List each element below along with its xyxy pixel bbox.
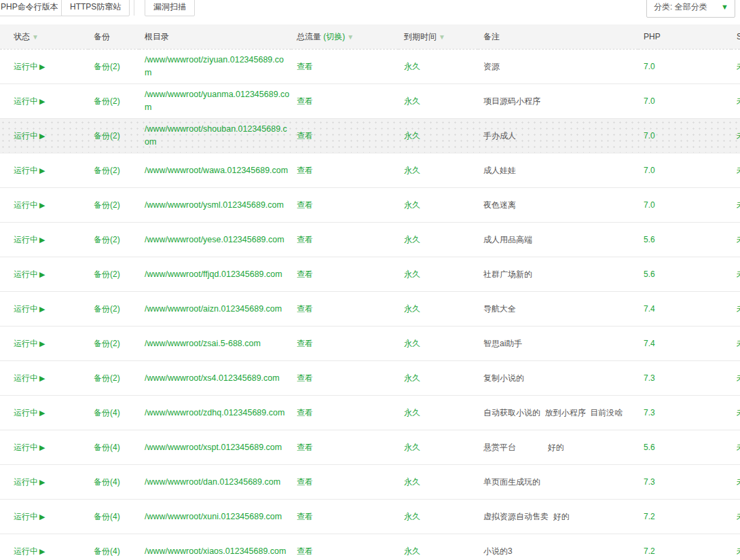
php-cli-version-button[interactable]: PHP命令行版本 (0, 0, 67, 16)
root-directory-link[interactable]: /www/wwwroot/dan.012345689.com (145, 476, 290, 489)
root-directory-link[interactable]: /www/wwwroot/ysml.012345689.com (145, 199, 290, 212)
ssl-status[interactable]: 未 (737, 477, 740, 487)
expire-time-link[interactable]: 永久 (404, 62, 420, 71)
remark-text[interactable]: 导航大全 (483, 304, 516, 314)
header-expire[interactable]: 到期时间▼ (399, 24, 478, 50)
root-directory-link[interactable]: /www/wwwroot/zsai.5-688.com (145, 337, 290, 350)
root-directory-link[interactable]: /www/wwwroot/aizn.012345689.com (145, 303, 290, 316)
php-version-link[interactable]: 7.4 (644, 304, 655, 314)
traffic-view-link[interactable]: 查看 (297, 166, 313, 175)
status-running-link[interactable]: 运行中 (14, 477, 38, 487)
status-running-link[interactable]: 运行中 (14, 166, 38, 175)
remark-text[interactable]: 资源 (483, 62, 500, 71)
root-directory-link[interactable]: /www/wwwroot/xiaos.012345689.com (145, 545, 290, 558)
backup-link[interactable]: 备份(2) (94, 269, 120, 279)
expire-time-link[interactable]: 永久 (404, 269, 420, 279)
status-running-link[interactable]: 运行中 (14, 512, 38, 521)
traffic-view-link[interactable]: 查看 (297, 235, 313, 244)
ssl-status[interactable]: 未 (737, 62, 740, 71)
header-traffic[interactable]: 总流量 (切换)▼ (291, 24, 399, 50)
remark-text[interactable]: 手办成人 (483, 131, 516, 141)
php-version-link[interactable]: 7.0 (644, 62, 655, 71)
php-version-link[interactable]: 7.0 (644, 131, 655, 141)
expire-time-link[interactable]: 永久 (404, 443, 420, 452)
backup-link[interactable]: 备份(2) (94, 235, 120, 244)
traffic-view-link[interactable]: 查看 (297, 304, 313, 314)
root-directory-link[interactable]: /www/wwwroot/xs4.012345689.com (145, 372, 290, 385)
php-version-link[interactable]: 7.0 (644, 166, 655, 175)
php-version-link[interactable]: 5.6 (644, 235, 655, 244)
ssl-status[interactable]: 未 (737, 131, 740, 141)
status-running-link[interactable]: 运行中 (14, 408, 38, 417)
traffic-view-link[interactable]: 查看 (297, 200, 313, 210)
backup-link[interactable]: 备份(4) (94, 477, 120, 487)
traffic-view-link[interactable]: 查看 (297, 546, 313, 556)
ssl-status[interactable]: 未 (737, 512, 740, 521)
backup-link[interactable]: 备份(2) (94, 200, 120, 210)
root-directory-link[interactable]: /www/wwwroot/shouban.012345689.com (145, 123, 290, 149)
backup-link[interactable]: 备份(2) (94, 304, 120, 314)
root-directory-link[interactable]: /www/wwwroot/yuanma.012345689.com (145, 88, 290, 114)
vuln-scan-button[interactable]: 漏洞扫描 (145, 0, 195, 16)
expire-time-link[interactable]: 永久 (404, 477, 420, 487)
ssl-status[interactable]: 未 (737, 373, 740, 383)
traffic-view-link[interactable]: 查看 (297, 443, 313, 452)
remark-text[interactable]: 成人用品高端 (483, 235, 532, 244)
expire-time-link[interactable]: 永久 (404, 96, 420, 106)
php-version-link[interactable]: 5.6 (644, 443, 655, 452)
remark-text[interactable]: 自动获取小说的 放到小程序 目前没啥 (483, 408, 623, 417)
ssl-status[interactable]: 未 (737, 408, 740, 417)
backup-link[interactable]: 备份(2) (94, 131, 120, 141)
remark-text[interactable]: 复制小说的 (483, 373, 524, 383)
root-directory-link[interactable]: /www/wwwroot/yese.012345689.com (145, 234, 290, 246)
backup-link[interactable]: 备份(2) (94, 166, 120, 175)
status-running-link[interactable]: 运行中 (14, 373, 38, 383)
php-version-link[interactable]: 7.4 (644, 339, 655, 348)
expire-time-link[interactable]: 永久 (404, 546, 420, 556)
backup-link[interactable]: 备份(2) (94, 373, 120, 383)
header-status[interactable]: 状态▼ (0, 24, 88, 50)
expire-time-link[interactable]: 永久 (404, 235, 420, 244)
traffic-view-link[interactable]: 查看 (297, 131, 313, 141)
remark-text[interactable]: 小说的3 (483, 546, 513, 556)
backup-link[interactable]: 备份(2) (94, 96, 120, 106)
remark-text[interactable]: 夜色迷离 (483, 200, 516, 210)
ssl-status[interactable]: 未 (737, 339, 740, 348)
root-directory-link[interactable]: /www/wwwroot/ziyuan.012345689.com (145, 54, 290, 79)
expire-time-link[interactable]: 永久 (404, 408, 420, 417)
traffic-view-link[interactable]: 查看 (297, 96, 313, 106)
php-version-link[interactable]: 7.3 (644, 477, 655, 487)
ssl-status[interactable]: 未 (737, 304, 740, 314)
ssl-status[interactable]: 未 (737, 443, 740, 452)
backup-link[interactable]: 备份(4) (94, 512, 120, 521)
expire-time-link[interactable]: 永久 (404, 339, 420, 348)
category-filter-select[interactable]: 分类: 全部分类 ▼ (646, 0, 735, 18)
traffic-view-link[interactable]: 查看 (297, 512, 313, 521)
backup-link[interactable]: 备份(2) (94, 339, 120, 348)
php-version-link[interactable]: 7.0 (644, 96, 655, 106)
remark-text[interactable]: 项目源码小程序 (483, 96, 540, 106)
expire-time-link[interactable]: 永久 (404, 373, 420, 383)
expire-time-link[interactable]: 永久 (404, 304, 420, 314)
expire-time-link[interactable]: 永久 (404, 200, 420, 210)
remark-text[interactable]: 社群广场新的 (483, 269, 532, 279)
backup-link[interactable]: 备份(4) (94, 443, 120, 452)
php-version-link[interactable]: 7.0 (644, 200, 655, 210)
remark-text[interactable]: 虚拟资源自动售卖 好的 (483, 512, 570, 521)
php-version-link[interactable]: 5.6 (644, 269, 655, 279)
expire-time-link[interactable]: 永久 (404, 512, 420, 521)
status-running-link[interactable]: 运行中 (14, 269, 38, 279)
backup-link[interactable]: 备份(4) (94, 408, 120, 417)
status-running-link[interactable]: 运行中 (14, 131, 38, 141)
ssl-status[interactable]: 未 (737, 235, 740, 244)
status-running-link[interactable]: 运行中 (14, 339, 38, 348)
ssl-status[interactable]: 未 (737, 269, 740, 279)
backup-link[interactable]: 备份(4) (94, 546, 120, 556)
traffic-view-link[interactable]: 查看 (297, 408, 313, 417)
php-version-link[interactable]: 7.3 (644, 408, 655, 417)
https-guard-button[interactable]: HTTPS防窜站 (61, 0, 130, 16)
ssl-status[interactable]: 未 (737, 200, 740, 210)
status-running-link[interactable]: 运行中 (14, 62, 38, 71)
traffic-view-link[interactable]: 查看 (297, 269, 313, 279)
php-version-link[interactable]: 7.2 (644, 512, 655, 521)
